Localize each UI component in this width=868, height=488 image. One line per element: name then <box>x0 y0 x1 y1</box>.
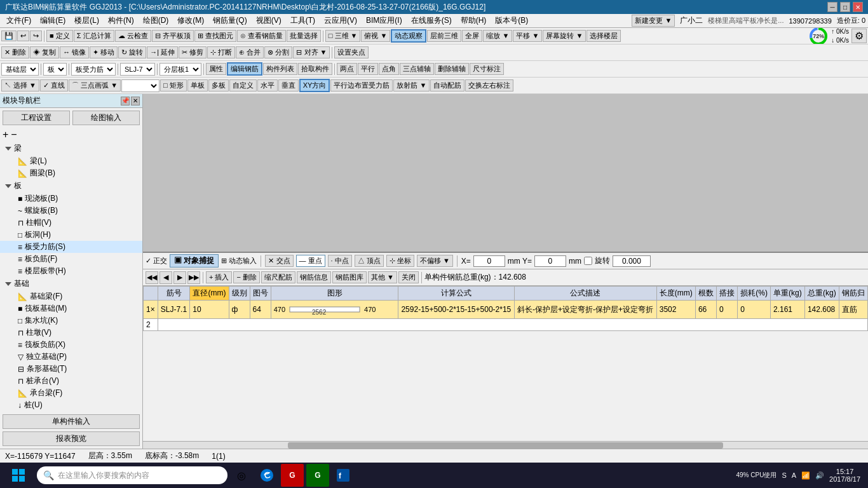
sidebar-pin-btn[interactable]: 📌 <box>121 97 130 105</box>
taskbar-search[interactable]: 🔍 在这里输入你要搜索的内容 <box>37 466 227 484</box>
floor-layer-select[interactable]: 分层板1 <box>159 63 201 76</box>
rebar-name-select[interactable]: SLJ-7 <box>120 63 155 76</box>
sidebar-item-beam[interactable]: 📐 梁(L) <box>0 155 142 167</box>
nav-next-btn[interactable]: ▶ <box>173 271 186 284</box>
taskbar-app-ggj[interactable]: G <box>281 464 304 487</box>
rebar-type-select[interactable]: 板受力筋 <box>71 63 116 76</box>
sidebar-item-floor-band[interactable]: ≡ 楼层板带(H) <box>0 265 142 277</box>
align-btn[interactable]: ⊟ 对齐 ▼ <box>293 46 330 58</box>
menu-floor[interactable]: 楼层(L) <box>71 14 103 27</box>
vertical-btn[interactable]: 垂直 <box>278 79 299 92</box>
nav-other-btn[interactable]: 其他 ▼ <box>368 271 397 283</box>
menu-file[interactable]: 文件(F) <box>3 14 35 27</box>
view-rebar-btn[interactable]: ⊙ 查看钢筋量 <box>237 30 286 42</box>
table-row-2[interactable]: 2 <box>144 319 868 331</box>
section-slab-header[interactable]: 板 <box>0 179 142 193</box>
sidebar-item-pile[interactable]: ↓ 桩(U) <box>0 399 142 411</box>
custom-btn[interactable]: 自定义 <box>229 79 257 92</box>
select-btn[interactable]: ↖ 选择 ▼ <box>1 79 39 92</box>
two-point-btn[interactable]: 两点 <box>337 63 357 75</box>
section-beam-header[interactable]: 梁 <box>0 142 142 155</box>
horizontal-btn[interactable]: 水平 <box>257 79 278 92</box>
menu-rebar-qty[interactable]: 钢筋量(Q) <box>209 14 250 27</box>
swap-annotation-btn[interactable]: 交换左右标注 <box>465 79 513 92</box>
sidebar-item-strip-found[interactable]: ⊟ 条形基础(T) <box>0 363 142 375</box>
sidebar-item-pile-beam[interactable]: 📐 承台梁(F) <box>0 387 142 399</box>
nav-first-btn[interactable]: ◀◀ <box>146 271 158 284</box>
h-scrollbar-thumb[interactable] <box>288 442 723 449</box>
menu-cloud[interactable]: 云应用(V) <box>320 14 361 27</box>
rotate-input[interactable] <box>613 255 651 267</box>
fullscreen-btn[interactable]: 全屏 <box>462 30 482 42</box>
delete-axis-btn[interactable]: 删除辅轴 <box>435 63 469 75</box>
save-btn[interactable]: 💾 <box>1 30 17 41</box>
section-foundation-header[interactable]: 基础 <box>0 277 142 290</box>
point-angle-btn[interactable]: 点角 <box>379 63 399 75</box>
nav-delete-btn[interactable]: − 删除 <box>233 271 259 283</box>
set-vertex-btn[interactable]: 设置夹点 <box>334 46 369 58</box>
snap-coord[interactable]: ⊹ 坐标 <box>386 255 414 267</box>
h-scrollbar[interactable] <box>143 441 868 449</box>
sidebar-item-pile-cap[interactable]: ⊓ 桩承台(V) <box>0 375 142 387</box>
cloud-check-btn[interactable]: ☁ 云检查 <box>115 30 151 42</box>
3d-btn[interactable]: □ 三维 ▼ <box>325 30 361 42</box>
sidebar-item-cast-slab[interactable]: ■ 现浇板(B) <box>0 193 142 205</box>
rotate-edit-btn[interactable]: ↻ 旋转 <box>118 46 146 58</box>
taskbar-app-browser[interactable] <box>255 464 278 487</box>
copy-btn[interactable]: ◈ 复制 <box>30 46 59 58</box>
sidebar-item-spiral-slab[interactable]: ~ 螺旋板(B) <box>0 205 142 217</box>
floor-select-btn[interactable]: 选择楼层 <box>587 30 621 42</box>
menu-help[interactable]: 帮助(H) <box>457 14 491 27</box>
snap-midpoint[interactable]: · 中点 <box>328 255 352 267</box>
menu-modify[interactable]: 修改(M) <box>173 14 208 27</box>
redo-btn[interactable]: ↪ <box>30 30 42 41</box>
sidebar-item-isolated-found[interactable]: ▽ 独立基础(P) <box>0 351 142 363</box>
sidebar-item-raft-neg[interactable]: ≡ 筏板负筋(X) <box>0 339 142 351</box>
multi-slab-btn[interactable]: 多板 <box>208 79 229 92</box>
menu-bim[interactable]: BIM应用(I) <box>362 14 406 27</box>
snap-vertex[interactable]: △ 顶点 <box>355 255 384 267</box>
pan-btn[interactable]: 平移 ▼ <box>513 30 542 42</box>
sidebar-remove-btn[interactable]: − <box>11 129 17 140</box>
snap-intersect[interactable]: ✕ 交点 <box>265 255 293 267</box>
sidebar-item-col-pier[interactable]: ⊓ 柱墩(V) <box>0 327 142 339</box>
zoom-btn[interactable]: 缩放 ▼ <box>483 30 512 42</box>
new-change-btn[interactable]: 新建变更 ▼ <box>632 15 675 27</box>
single-component-btn[interactable]: 单构件输入 <box>3 414 140 429</box>
sidebar-item-slab-rebar[interactable]: ≡ 板受力筋(S) <box>0 241 142 253</box>
nav-close-btn[interactable]: 关闭 <box>398 271 419 283</box>
arc-btn[interactable]: ⌒ 三点画弧 ▼ <box>69 79 121 92</box>
move-btn[interactable]: ✦ 移动 <box>90 46 118 58</box>
menu-component[interactable]: 构件(N) <box>104 14 138 27</box>
find-elem-btn[interactable]: ⊞ 查找图元 <box>194 30 236 42</box>
menu-draw[interactable]: 绘图(D) <box>139 14 173 27</box>
layer-select[interactable]: 基础层 <box>1 63 39 76</box>
x-input[interactable] <box>473 255 505 267</box>
y-input[interactable] <box>534 255 566 267</box>
batch-select-btn[interactable]: 批量选择 <box>287 30 321 42</box>
delete-btn[interactable]: ✕ 删除 <box>1 46 29 58</box>
split-btn[interactable]: ⊗ 分割 <box>264 46 292 58</box>
menu-version[interactable]: 版本号(B) <box>491 14 532 27</box>
rotate-checkbox[interactable] <box>584 257 592 265</box>
sidebar-close-btn[interactable]: ✕ <box>131 97 140 105</box>
draw-options-select[interactable] <box>121 79 159 92</box>
nav-rebar-lib-btn[interactable]: 钢筋图库 <box>332 271 367 283</box>
extend-btn[interactable]: →| 延伸 <box>147 46 178 58</box>
sidebar-add-btn[interactable]: + <box>3 129 8 140</box>
top-view-btn[interactable]: 俯视 ▼ <box>361 30 390 42</box>
mirror-btn[interactable]: ↔ 镜像 <box>60 46 89 58</box>
component-type-select[interactable]: 板 <box>43 63 67 76</box>
three-point-axis-btn[interactable]: 三点辅轴 <box>400 63 434 75</box>
minimize-btn[interactable]: ─ <box>827 2 837 12</box>
trim-btn[interactable]: ✂ 修剪 <box>179 46 207 58</box>
dynamic-view-btn[interactable]: 动态观察 <box>391 29 426 43</box>
radial-btn[interactable]: 放射筋 ▼ <box>393 79 430 92</box>
sidebar-item-neg-rebar[interactable]: ≡ 板负筋(F) <box>0 253 142 265</box>
taskbar-app-cortana[interactable]: ◎ <box>230 464 253 487</box>
front-3d-btn[interactable]: 层前三维 <box>427 30 461 42</box>
table-row[interactable]: 1× SLJ-7.1 10 ф 64 470 <box>144 301 868 319</box>
sidebar-item-raft[interactable]: ■ 筏板基础(M) <box>0 302 142 315</box>
report-preview-btn[interactable]: 报表预览 <box>3 431 140 446</box>
define-btn[interactable]: ■ 定义 <box>46 30 73 42</box>
